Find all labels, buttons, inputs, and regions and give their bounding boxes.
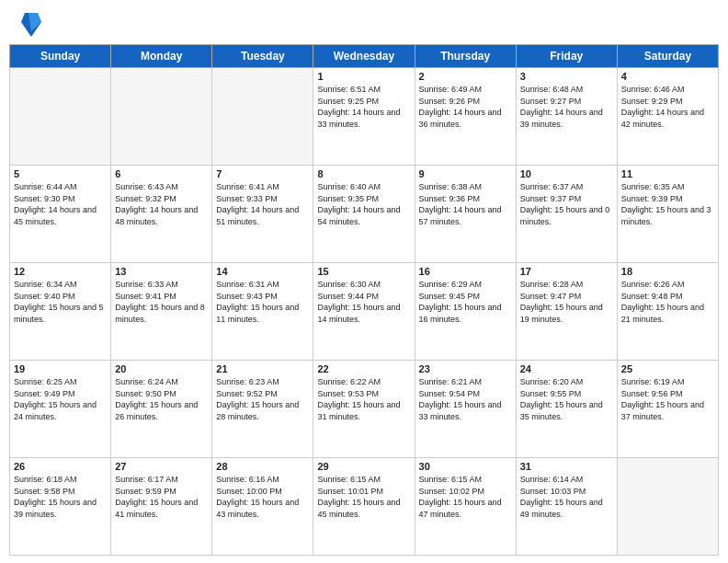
day-info: Sunrise: 6:48 AM Sunset: 9:27 PM Dayligh… xyxy=(520,84,613,130)
calendar-cell: 4Sunrise: 6:46 AM Sunset: 9:29 PM Daylig… xyxy=(617,68,718,166)
calendar-cell: 12Sunrise: 6:34 AM Sunset: 9:40 PM Dayli… xyxy=(10,263,111,361)
day-number: 21 xyxy=(216,363,309,374)
day-number: 25 xyxy=(621,363,714,374)
day-number: 13 xyxy=(115,266,208,277)
calendar-cell: 6Sunrise: 6:43 AM Sunset: 9:32 PM Daylig… xyxy=(111,166,212,263)
day-header-saturday: Saturday xyxy=(617,45,718,68)
logo xyxy=(18,11,41,39)
day-header-monday: Monday xyxy=(111,45,212,68)
day-info: Sunrise: 6:18 AM Sunset: 9:58 PM Dayligh… xyxy=(14,474,107,520)
day-number: 23 xyxy=(419,363,512,374)
day-number: 27 xyxy=(115,461,208,472)
day-number: 17 xyxy=(520,266,613,277)
day-number: 16 xyxy=(419,266,512,277)
calendar-cell: 3Sunrise: 6:48 AM Sunset: 9:27 PM Daylig… xyxy=(516,68,617,166)
day-info: Sunrise: 6:21 AM Sunset: 9:54 PM Dayligh… xyxy=(419,376,512,422)
day-info: Sunrise: 6:15 AM Sunset: 10:01 PM Daylig… xyxy=(317,474,410,520)
calendar-cell: 23Sunrise: 6:21 AM Sunset: 9:54 PM Dayli… xyxy=(415,361,516,458)
day-number: 5 xyxy=(14,168,107,179)
day-info: Sunrise: 6:15 AM Sunset: 10:02 PM Daylig… xyxy=(419,474,512,520)
week-row-4: 26Sunrise: 6:18 AM Sunset: 9:58 PM Dayli… xyxy=(10,458,719,556)
day-number: 9 xyxy=(419,168,512,179)
day-info: Sunrise: 6:38 AM Sunset: 9:36 PM Dayligh… xyxy=(419,181,512,227)
day-info: Sunrise: 6:16 AM Sunset: 10:00 PM Daylig… xyxy=(216,474,309,520)
calendar-cell xyxy=(111,68,212,166)
day-info: Sunrise: 6:33 AM Sunset: 9:41 PM Dayligh… xyxy=(115,279,208,325)
calendar-cell: 11Sunrise: 6:35 AM Sunset: 9:39 PM Dayli… xyxy=(617,166,718,263)
day-number: 31 xyxy=(520,461,613,472)
day-number: 2 xyxy=(419,71,512,82)
calendar-cell: 25Sunrise: 6:19 AM Sunset: 9:56 PM Dayli… xyxy=(617,361,718,458)
day-number: 1 xyxy=(317,71,410,82)
calendar-cell: 2Sunrise: 6:49 AM Sunset: 9:26 PM Daylig… xyxy=(415,68,516,166)
calendar-cell xyxy=(617,458,718,556)
calendar-cell: 16Sunrise: 6:29 AM Sunset: 9:45 PM Dayli… xyxy=(415,263,516,361)
calendar-cell: 15Sunrise: 6:30 AM Sunset: 9:44 PM Dayli… xyxy=(313,263,415,361)
day-info: Sunrise: 6:28 AM Sunset: 9:47 PM Dayligh… xyxy=(520,279,613,325)
calendar-cell: 10Sunrise: 6:37 AM Sunset: 9:37 PM Dayli… xyxy=(516,166,617,263)
calendar-cell: 31Sunrise: 6:14 AM Sunset: 10:03 PM Dayl… xyxy=(516,458,617,556)
calendar-cell: 24Sunrise: 6:20 AM Sunset: 9:55 PM Dayli… xyxy=(516,361,617,458)
calendar-cell: 13Sunrise: 6:33 AM Sunset: 9:41 PM Dayli… xyxy=(111,263,212,361)
week-row-2: 12Sunrise: 6:34 AM Sunset: 9:40 PM Dayli… xyxy=(10,263,719,361)
day-info: Sunrise: 6:41 AM Sunset: 9:33 PM Dayligh… xyxy=(216,181,309,227)
day-number: 26 xyxy=(14,461,107,472)
day-info: Sunrise: 6:14 AM Sunset: 10:03 PM Daylig… xyxy=(520,474,613,520)
day-number: 18 xyxy=(621,266,714,277)
week-row-1: 5Sunrise: 6:44 AM Sunset: 9:30 PM Daylig… xyxy=(10,166,719,263)
day-header-wednesday: Wednesday xyxy=(313,45,415,68)
day-number: 12 xyxy=(14,266,107,277)
day-number: 11 xyxy=(621,168,714,179)
day-header-tuesday: Tuesday xyxy=(212,45,313,68)
day-info: Sunrise: 6:51 AM Sunset: 9:25 PM Dayligh… xyxy=(317,84,410,130)
day-info: Sunrise: 6:19 AM Sunset: 9:56 PM Dayligh… xyxy=(621,376,714,422)
calendar-cell: 1Sunrise: 6:51 AM Sunset: 9:25 PM Daylig… xyxy=(313,68,415,166)
day-number: 24 xyxy=(520,363,613,374)
day-number: 14 xyxy=(216,266,309,277)
calendar-cell: 22Sunrise: 6:22 AM Sunset: 9:53 PM Dayli… xyxy=(313,361,415,458)
header xyxy=(0,0,728,44)
calendar-cell: 20Sunrise: 6:24 AM Sunset: 9:50 PM Dayli… xyxy=(111,361,212,458)
day-info: Sunrise: 6:44 AM Sunset: 9:30 PM Dayligh… xyxy=(14,181,107,227)
calendar-cell: 17Sunrise: 6:28 AM Sunset: 9:47 PM Dayli… xyxy=(516,263,617,361)
calendar-cell: 21Sunrise: 6:23 AM Sunset: 9:52 PM Dayli… xyxy=(212,361,313,458)
day-info: Sunrise: 6:22 AM Sunset: 9:53 PM Dayligh… xyxy=(317,376,410,422)
day-info: Sunrise: 6:29 AM Sunset: 9:45 PM Dayligh… xyxy=(419,279,512,325)
day-header-sunday: Sunday xyxy=(10,45,111,68)
calendar-cell: 27Sunrise: 6:17 AM Sunset: 9:59 PM Dayli… xyxy=(111,458,212,556)
day-header-thursday: Thursday xyxy=(415,45,516,68)
day-info: Sunrise: 6:17 AM Sunset: 9:59 PM Dayligh… xyxy=(115,474,208,520)
day-info: Sunrise: 6:24 AM Sunset: 9:50 PM Dayligh… xyxy=(115,376,208,422)
calendar-cell: 9Sunrise: 6:38 AM Sunset: 9:36 PM Daylig… xyxy=(415,166,516,263)
logo-icon xyxy=(21,11,41,39)
day-info: Sunrise: 6:43 AM Sunset: 9:32 PM Dayligh… xyxy=(115,181,208,227)
day-number: 22 xyxy=(317,363,410,374)
day-number: 20 xyxy=(115,363,208,374)
day-info: Sunrise: 6:34 AM Sunset: 9:40 PM Dayligh… xyxy=(14,279,107,325)
day-header-friday: Friday xyxy=(516,45,617,68)
day-number: 3 xyxy=(520,71,613,82)
calendar-cell xyxy=(10,68,111,166)
calendar-page: SundayMondayTuesdayWednesdayThursdayFrid… xyxy=(0,0,728,563)
header-row: SundayMondayTuesdayWednesdayThursdayFrid… xyxy=(10,45,719,68)
day-info: Sunrise: 6:37 AM Sunset: 9:37 PM Dayligh… xyxy=(520,181,613,227)
day-number: 29 xyxy=(317,461,410,472)
calendar-cell: 14Sunrise: 6:31 AM Sunset: 9:43 PM Dayli… xyxy=(212,263,313,361)
calendar-cell: 29Sunrise: 6:15 AM Sunset: 10:01 PM Dayl… xyxy=(313,458,415,556)
day-info: Sunrise: 6:26 AM Sunset: 9:48 PM Dayligh… xyxy=(621,279,714,325)
day-number: 10 xyxy=(520,168,613,179)
day-info: Sunrise: 6:49 AM Sunset: 9:26 PM Dayligh… xyxy=(419,84,512,130)
day-number: 4 xyxy=(621,71,714,82)
day-info: Sunrise: 6:23 AM Sunset: 9:52 PM Dayligh… xyxy=(216,376,309,422)
calendar-cell: 7Sunrise: 6:41 AM Sunset: 9:33 PM Daylig… xyxy=(212,166,313,263)
calendar-cell: 26Sunrise: 6:18 AM Sunset: 9:58 PM Dayli… xyxy=(10,458,111,556)
day-number: 28 xyxy=(216,461,309,472)
day-info: Sunrise: 6:46 AM Sunset: 9:29 PM Dayligh… xyxy=(621,84,714,130)
day-number: 6 xyxy=(115,168,208,179)
day-info: Sunrise: 6:31 AM Sunset: 9:43 PM Dayligh… xyxy=(216,279,309,325)
day-info: Sunrise: 6:40 AM Sunset: 9:35 PM Dayligh… xyxy=(317,181,410,227)
day-info: Sunrise: 6:25 AM Sunset: 9:49 PM Dayligh… xyxy=(14,376,107,422)
day-info: Sunrise: 6:20 AM Sunset: 9:55 PM Dayligh… xyxy=(520,376,613,422)
day-number: 15 xyxy=(317,266,410,277)
day-number: 7 xyxy=(216,168,309,179)
